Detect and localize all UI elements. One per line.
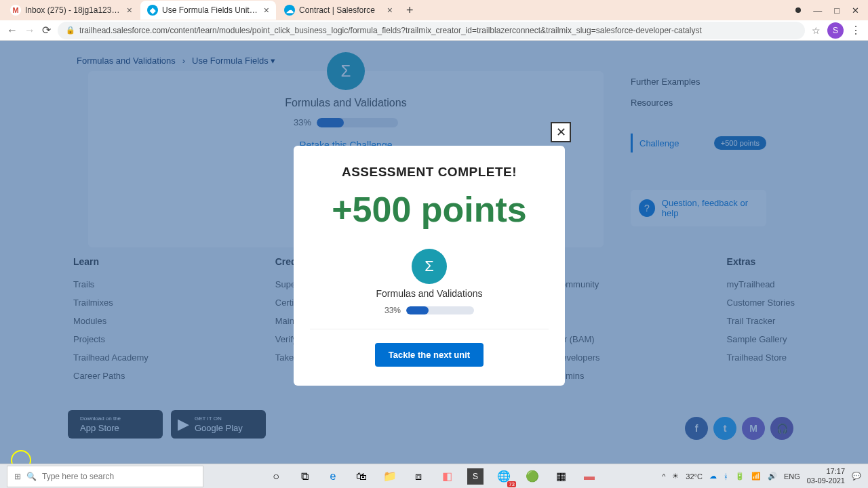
assessment-complete-modal: ASSESSMENT COMPLETE! +500 points Σ Formu… bbox=[294, 146, 565, 386]
close-window-button[interactable]: ✕ bbox=[852, 5, 859, 16]
page-content: Formulas and Validations › Use Formula F… bbox=[0, 41, 868, 468]
battery-icon[interactable]: 🔋 bbox=[735, 472, 745, 481]
taskbar-search[interactable]: ⊞ 🔍 Type here to search bbox=[7, 466, 203, 487]
browser-tab-trailhead[interactable]: ◆ Use Formula Fields Unit | Salesfo × bbox=[140, 1, 276, 20]
modal-wrapper: ✕ ASSESSMENT COMPLETE! +500 points Σ For… bbox=[0, 41, 868, 468]
onedrive-icon[interactable]: ☁ bbox=[709, 472, 717, 481]
app-icon[interactable]: ◧ bbox=[439, 468, 455, 485]
modal-progress-row: 33% bbox=[310, 306, 549, 315]
kebab-menu-icon[interactable]: ⋮ bbox=[850, 24, 861, 37]
tackle-next-unit-button[interactable]: Tackle the next unit bbox=[375, 343, 484, 367]
taskbar-apps: ○ ⧉ e 🛍 📁 ⧈ ◧ S 🌐73 🟢 ▦ ▬ bbox=[268, 468, 597, 485]
store-icon[interactable]: 🛍 bbox=[353, 468, 370, 485]
sublime-icon[interactable]: S bbox=[467, 468, 484, 485]
app-icon[interactable]: ▬ bbox=[581, 468, 597, 485]
temperature: 32°C bbox=[686, 472, 703, 481]
search-placeholder: Type here to search bbox=[42, 472, 114, 481]
points-earned: +500 points bbox=[310, 189, 549, 230]
modal-progress-bar bbox=[406, 306, 474, 314]
forward-button[interactable]: → bbox=[24, 24, 35, 37]
tab-label: Use Formula Fields Unit | Salesfo bbox=[162, 5, 260, 15]
window-controls: — □ ✕ bbox=[795, 5, 865, 16]
reload-button[interactable]: ⟳ bbox=[42, 24, 51, 37]
tab-label: Contract | Salesforce bbox=[299, 5, 383, 15]
search-icon: 🔍 bbox=[26, 472, 37, 481]
trailhead-icon: ◆ bbox=[147, 5, 158, 16]
bookmark-icon[interactable]: ☆ bbox=[812, 25, 821, 36]
minimize-button[interactable]: — bbox=[813, 5, 822, 16]
dropbox-icon[interactable]: ⧈ bbox=[410, 468, 427, 485]
address-bar: ← → ⟳ 🔒 trailhead.salesforce.com/content… bbox=[0, 20, 868, 41]
edge-icon[interactable]: e bbox=[325, 468, 341, 485]
gmail-icon: M bbox=[10, 5, 21, 16]
windows-icon[interactable]: ⊞ bbox=[14, 472, 21, 481]
cortana-icon[interactable]: ○ bbox=[268, 468, 284, 485]
lock-icon: 🔒 bbox=[66, 26, 75, 35]
windows-taskbar: ⊞ 🔍 Type here to search ○ ⧉ e 🛍 📁 ⧈ ◧ S … bbox=[0, 464, 868, 488]
chevron-up-icon[interactable]: ^ bbox=[662, 472, 665, 481]
browser-tab-contract[interactable]: ☁ Contract | Salesforce × bbox=[277, 1, 399, 20]
system-tray: ^ ☀ 32°C ☁ ᚼ 🔋 📶 🔊 ENG 17:17 03-09-2021 … bbox=[662, 467, 861, 485]
maximize-button[interactable]: □ bbox=[834, 5, 840, 16]
chrome-icon[interactable]: 🌐73 bbox=[496, 468, 512, 485]
tab-strip: M Inbox (275) - 18jg1a1239.sahithi × ◆ U… bbox=[3, 0, 419, 20]
module-badge-icon: Σ bbox=[412, 249, 447, 284]
volume-icon[interactable]: 🔊 bbox=[768, 472, 777, 481]
weather-icon[interactable]: ☀ bbox=[672, 472, 679, 481]
url-text: trailhead.salesforce.com/content/learn/m… bbox=[79, 26, 702, 35]
task-view-icon[interactable]: ⧉ bbox=[296, 468, 313, 485]
salesforce-icon: ☁ bbox=[284, 5, 295, 16]
close-icon[interactable]: × bbox=[127, 5, 132, 16]
bluetooth-icon[interactable]: ᚼ bbox=[724, 472, 728, 481]
browser-tab-gmail[interactable]: M Inbox (275) - 18jg1a1239.sahithi × bbox=[3, 1, 139, 20]
modal-module-name: Formulas and Validations bbox=[310, 288, 549, 299]
profile-avatar[interactable]: S bbox=[827, 22, 844, 39]
close-icon[interactable]: × bbox=[387, 5, 393, 16]
close-icon[interactable]: × bbox=[264, 5, 269, 16]
notifications-icon[interactable]: 💬 bbox=[852, 472, 861, 481]
chrome-icon-2[interactable]: 🟢 bbox=[524, 468, 540, 485]
modal-close-button[interactable]: ✕ bbox=[551, 122, 571, 142]
back-button[interactable]: ← bbox=[7, 24, 18, 37]
modal-progress-percent: 33% bbox=[384, 306, 401, 315]
account-icon[interactable] bbox=[795, 7, 801, 13]
modal-title: ASSESSMENT COMPLETE! bbox=[310, 165, 549, 180]
url-input[interactable]: 🔒 trailhead.salesforce.com/content/learn… bbox=[58, 22, 805, 39]
wifi-icon[interactable]: 📶 bbox=[751, 472, 761, 481]
browser-title-bar: M Inbox (275) - 18jg1a1239.sahithi × ◆ U… bbox=[0, 0, 868, 20]
app-grid-icon[interactable]: ▦ bbox=[553, 468, 569, 485]
divider bbox=[310, 329, 549, 329]
explorer-icon[interactable]: 📁 bbox=[382, 468, 398, 485]
language-indicator[interactable]: ENG bbox=[784, 472, 800, 481]
tab-label: Inbox (275) - 18jg1a1239.sahithi bbox=[25, 5, 123, 15]
clock[interactable]: 17:17 03-09-2021 bbox=[807, 467, 845, 485]
new-tab-button[interactable]: + bbox=[401, 3, 419, 18]
